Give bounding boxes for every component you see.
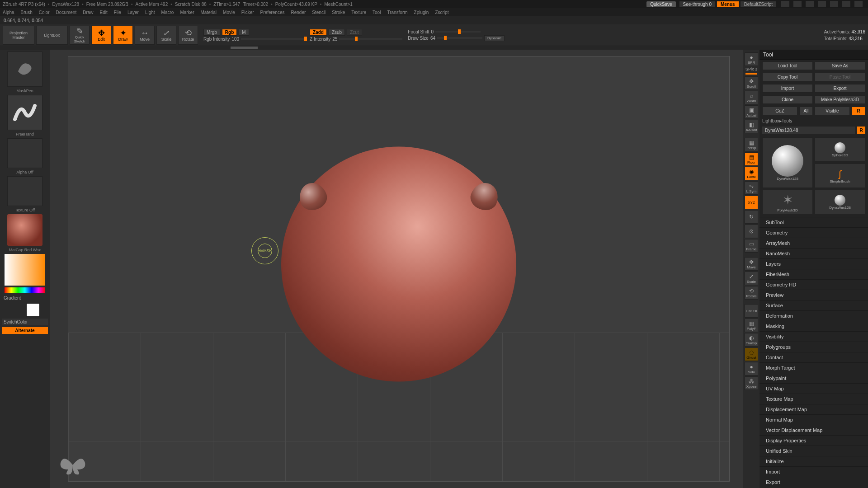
menu-preferences[interactable]: Preferences	[260, 10, 285, 15]
window-minimize[interactable]	[830, 1, 838, 7]
menu-layer[interactable]: Layer	[127, 10, 139, 15]
scale-view-button[interactable]: ⤢Scale	[745, 272, 758, 285]
acc-contact[interactable]: Contact	[760, 352, 868, 362]
linefill-button[interactable]: Line Fill	[745, 304, 758, 318]
window-button-4[interactable]	[818, 1, 826, 7]
xyz-button[interactable]: XYZ	[745, 196, 758, 209]
solo-button[interactable]: ●Solo	[745, 362, 758, 375]
stroke-thumbnail[interactable]	[7, 95, 42, 130]
acc-fibermesh[interactable]: FiberMesh	[760, 269, 868, 279]
rotate-mode-button[interactable]: ⟲Rotate	[178, 26, 198, 45]
menu-material[interactable]: Material	[201, 10, 217, 15]
rotate-axis-button[interactable]: ↻	[745, 210, 758, 224]
acc-nanomesh[interactable]: NanoMesh	[760, 248, 868, 258]
alpha-thumbnail[interactable]	[7, 138, 42, 168]
frame-button[interactable]: ▭Frame	[745, 239, 758, 253]
menu-file[interactable]: File	[114, 10, 121, 15]
aahalf-button[interactable]: ◧AAHalf	[745, 120, 758, 133]
spix-label[interactable]: SPix 3	[745, 67, 757, 71]
quicksave-button[interactable]: QuickSave	[646, 1, 675, 7]
tool-thumb-main[interactable]: DynaWax128	[762, 137, 813, 188]
scroll-button[interactable]: ✥Scroll	[745, 76, 758, 90]
menu-alpha[interactable]: Alpha	[3, 10, 14, 15]
actual-button[interactable]: ▣Actual	[745, 105, 758, 119]
menu-stencil[interactable]: Stencil	[312, 10, 326, 15]
dynamic-toggle[interactable]: Dynamic	[484, 35, 505, 41]
menu-zscript[interactable]: Zscript	[435, 10, 448, 15]
menu-picker[interactable]: Picker	[241, 10, 254, 15]
menu-texture[interactable]: Texture	[351, 10, 366, 15]
menu-tool[interactable]: Tool	[373, 10, 381, 15]
export-button[interactable]: Export	[815, 84, 865, 93]
z-intensity-slider[interactable]	[339, 38, 402, 40]
lightbox-button[interactable]: LightBox	[36, 26, 68, 45]
acc-texturemap[interactable]: Texture Map	[760, 394, 868, 404]
zcut-toggle[interactable]: Zcut	[347, 29, 362, 36]
rgb-toggle[interactable]: Rgb	[222, 29, 237, 36]
import-button[interactable]: Import	[762, 84, 813, 93]
acc-import[interactable]: Import	[760, 466, 868, 477]
tool-thumb-simplebrush[interactable]: ʃSimpleBrush	[815, 164, 865, 188]
switch-color-button[interactable]: SwitchColor	[2, 319, 48, 325]
acc-initialize[interactable]: Initialize	[760, 456, 868, 466]
projection-master-button[interactable]: Projection Master	[3, 26, 34, 45]
window-maximize[interactable]	[842, 1, 850, 7]
gradient-toggle[interactable]: Gradient	[2, 295, 48, 301]
goz-visible-button[interactable]: Visible	[815, 107, 850, 115]
load-tool-button[interactable]: Load Tool	[762, 61, 813, 70]
rgb-intensity-value[interactable]: 100	[231, 37, 239, 42]
rotate-view-button[interactable]: ⟲Rotate	[745, 286, 758, 300]
tool-thumb-sphere3d[interactable]: Sphere3D	[815, 137, 865, 162]
goz-button[interactable]: GoZ	[762, 107, 797, 115]
copy-tool-button[interactable]: Copy Tool	[762, 73, 813, 81]
draw-mode-button[interactable]: ✦Draw	[113, 26, 133, 45]
z-intensity-value[interactable]: 25	[332, 37, 337, 42]
acc-layers[interactable]: Layers	[760, 258, 868, 269]
acc-surface[interactable]: Surface	[760, 300, 868, 310]
window-button-3[interactable]	[806, 1, 814, 7]
menu-render[interactable]: Render	[291, 10, 306, 15]
move-view-button[interactable]: ✥Move	[745, 257, 758, 271]
draw-size-slider[interactable]	[437, 37, 482, 39]
menu-stroke[interactable]: Stroke	[332, 10, 345, 15]
timeline-scrub[interactable]	[0, 46, 868, 50]
window-button-1[interactable]	[781, 1, 789, 7]
goz-all-button[interactable]: All	[799, 107, 813, 115]
hue-strip[interactable]	[5, 287, 45, 293]
mesh-object[interactable]	[281, 147, 516, 382]
scale-mode-button[interactable]: ⤢Scale	[156, 26, 176, 45]
menu-zplugin[interactable]: Zplugin	[414, 10, 429, 15]
acc-unifiedskin[interactable]: Unified Skin	[760, 446, 868, 456]
acc-geometryhd[interactable]: Geometry HD	[760, 279, 868, 290]
alternate-button[interactable]: Alternate	[2, 327, 48, 334]
center-button[interactable]: ⊙	[745, 225, 758, 238]
acc-masking[interactable]: Masking	[760, 321, 868, 331]
make-polymesh3d-button[interactable]: Make PolyMesh3D	[815, 95, 865, 104]
save-as-button[interactable]: Save As	[815, 61, 865, 70]
texture-thumbnail[interactable]	[7, 176, 42, 206]
floor-button[interactable]: ▤Floor	[745, 152, 758, 166]
menu-draw[interactable]: Draw	[83, 10, 93, 15]
bpr-button[interactable]: ●BPR	[745, 52, 758, 66]
acc-polygroups[interactable]: Polygroups	[760, 342, 868, 352]
focal-shift-value[interactable]: 0	[431, 29, 434, 34]
quick-sketch-button[interactable]: ✎Quick Sketch	[70, 26, 90, 45]
polyf-button[interactable]: ▦PolyF	[745, 319, 758, 332]
menu-brush[interactable]: Brush	[21, 10, 33, 15]
rgb-intensity-slider[interactable]	[241, 38, 304, 40]
persp-button[interactable]: ▦Persp	[745, 138, 758, 151]
acc-displacementmap[interactable]: Displacement Map	[760, 404, 868, 414]
menu-color[interactable]: Color	[39, 10, 50, 15]
acc-displayproperties[interactable]: Display Properties	[760, 435, 868, 446]
menu-movie[interactable]: Movie	[223, 10, 235, 15]
xpose-button[interactable]: ⁂Xpose	[745, 376, 758, 390]
window-button-2[interactable]	[793, 1, 802, 7]
m-toggle[interactable]: M	[239, 29, 249, 36]
brush-thumbnail[interactable]	[7, 52, 42, 87]
acc-preview[interactable]: Preview	[760, 290, 868, 300]
goz-r-button[interactable]: R	[852, 107, 865, 115]
acc-export[interactable]: Export	[760, 477, 868, 487]
zsub-toggle[interactable]: Zsub	[329, 29, 345, 36]
spix-slider[interactable]	[745, 73, 757, 75]
tool-thumb-polymesh3d[interactable]: ✶PolyMesh3D	[762, 190, 813, 214]
